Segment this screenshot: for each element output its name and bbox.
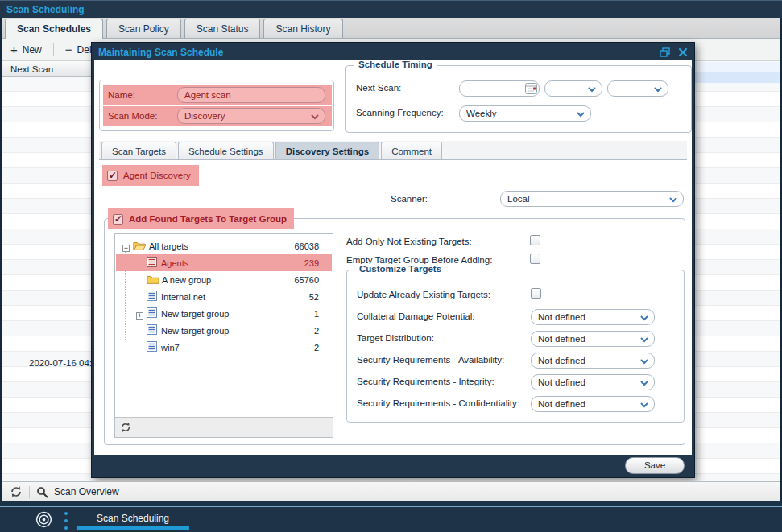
tab-scan-status[interactable]: Scan Status <box>184 19 261 38</box>
taskbar: Scan Scheduling <box>0 507 782 532</box>
security-integrity-select[interactable]: Not defined <box>531 374 655 390</box>
add-only-label: Add Only Not Existing Targets: <box>346 237 472 246</box>
tab-scan-targets[interactable]: Scan Targets <box>101 142 176 159</box>
customize-targets-fieldset: Customize Targets Update Already Existin… <box>346 270 685 423</box>
tree-item-new-target-group-1[interactable]: New target group 1 <box>116 305 332 322</box>
tab-label: Scan Policy <box>118 23 169 35</box>
tab-comment[interactable]: Comment <box>381 142 442 159</box>
security-confidentiality-label: Security Requirements - Confidentiality: <box>357 398 519 408</box>
agent-discovery-label: Agent Discovery <box>123 171 191 180</box>
refresh-icon[interactable] <box>120 422 131 433</box>
scanner-label: Scanner: <box>391 194 428 204</box>
tab-scan-policy[interactable]: Scan Policy <box>106 19 181 38</box>
tab-scan-history[interactable]: Scan History <box>263 19 342 38</box>
tab-label: Scan Targets <box>112 146 166 156</box>
window-title: Scan Scheduling <box>6 4 85 15</box>
scanning-frequency-select[interactable]: Weekly <box>459 105 591 122</box>
search-icon[interactable] <box>36 486 48 498</box>
bottom-statusbar: Scan Overview <box>2 481 780 501</box>
name-value: Agent scan <box>184 90 231 100</box>
tab-discovery-settings[interactable]: Discovery Settings <box>275 142 380 159</box>
dialog-body: Name: Agent scan Scan Mode: Discovery Sc… <box>94 60 692 455</box>
target-logo-icon[interactable] <box>35 511 52 528</box>
next-scan-date-input[interactable] <box>459 80 540 97</box>
new-button[interactable]: + New <box>10 44 42 56</box>
chevron-down-icon <box>577 112 585 118</box>
agent-discovery-checkbox[interactable] <box>107 171 118 181</box>
tab-label: Scan Status <box>197 23 249 35</box>
window-titlebar: Scan Scheduling <box>0 0 782 18</box>
scanner-value: Local <box>507 194 530 204</box>
tree-item-all-targets[interactable]: − All targets 66038 <box>116 237 332 254</box>
plus-icon: + <box>10 44 18 56</box>
next-scan-hour-select[interactable] <box>544 80 602 97</box>
refresh-icon[interactable] <box>10 485 23 498</box>
tree-item-a-new-group[interactable]: + A new group 65760 <box>116 271 332 288</box>
target-group-fieldset: Add Found Targets To Target Group − All … <box>104 218 685 445</box>
scanner-select[interactable]: Local <box>500 191 684 207</box>
application-window: Scan Scheduling Scan Schedules Scan Poli… <box>0 0 782 532</box>
next-scan-label: Next Scan: <box>356 83 401 93</box>
next-scan-minute-select[interactable] <box>607 80 668 97</box>
tab-label: Schedule Settings <box>188 146 263 156</box>
update-existing-checkbox[interactable] <box>531 288 541 299</box>
save-button[interactable]: Save <box>625 457 685 474</box>
close-icon[interactable] <box>678 47 688 57</box>
target-distribution-label: Target Distribution: <box>357 333 434 343</box>
dialog-tabstrip: Scan Targets Schedule Settings Discovery… <box>99 141 687 160</box>
collapse-icon[interactable]: − <box>122 245 130 252</box>
scan-overview-label[interactable]: Scan Overview <box>54 486 119 497</box>
select-value: Not defined <box>538 312 585 322</box>
scanning-frequency-label: Scanning Frequency: <box>356 108 444 118</box>
scan-mode-value: Discovery <box>184 111 225 121</box>
tab-label: Discovery Settings <box>286 146 370 156</box>
customize-targets-legend: Customize Targets <box>355 264 445 274</box>
security-confidentiality-select[interactable]: Not defined <box>531 396 655 412</box>
tree-item-internal-net[interactable]: Internal net 52 <box>116 288 332 305</box>
tree-item-count: 66038 <box>294 241 319 251</box>
name-label: Name: <box>103 90 177 100</box>
security-availability-select[interactable]: Not defined <box>531 353 655 369</box>
security-integrity-label: Security Requirements - Integrity: <box>357 377 494 386</box>
target-distribution-select[interactable]: Not defined <box>531 331 655 347</box>
maintaining-scan-schedule-dialog: Maintaining Scan Schedule Name: Agent sc… <box>91 42 695 478</box>
target-list-icon <box>147 307 157 318</box>
tree-item-agents[interactable]: Agents 239 <box>116 254 332 271</box>
add-found-targets-checkbox[interactable] <box>113 214 123 225</box>
tree-item-label: All targets <box>149 241 188 251</box>
target-list-icon <box>147 324 157 335</box>
select-value: Not defined <box>538 334 585 344</box>
tree-item-new-target-group-2[interactable]: New target group 2 <box>116 322 332 339</box>
name-input[interactable]: Agent scan <box>177 87 325 103</box>
scan-mode-row: Scan Mode: Discovery <box>103 106 332 126</box>
calendar-icon[interactable] <box>525 83 537 94</box>
chevron-down-icon <box>640 315 648 321</box>
tab-label: Comment <box>391 146 432 156</box>
select-value: Not defined <box>538 377 585 387</box>
schedule-timing-legend: Schedule Timing <box>354 60 437 69</box>
empty-group-checkbox[interactable] <box>530 254 540 264</box>
chevron-down-icon <box>311 114 319 120</box>
tree-item-win7[interactable]: win7 2 <box>116 339 332 356</box>
new-button-label: New <box>23 44 42 56</box>
tab-schedule-settings[interactable]: Schedule Settings <box>178 142 274 159</box>
window-bottom-frame <box>0 501 782 507</box>
name-row: Name: Agent scan <box>103 85 332 105</box>
target-list-icon <box>147 291 157 301</box>
add-only-checkbox[interactable] <box>530 235 540 245</box>
tree-item-label: Internal net <box>161 292 205 302</box>
agent-discovery-checkbox-row[interactable]: Agent Discovery <box>102 165 199 186</box>
taskbar-item-scan-scheduling[interactable]: Scan Scheduling <box>77 507 189 532</box>
tab-scan-schedules[interactable]: Scan Schedules <box>5 19 103 39</box>
chevron-down-icon <box>588 87 596 93</box>
tree-item-label: New target group <box>161 309 229 319</box>
add-found-targets-legend[interactable]: Add Found Targets To Target Group <box>108 208 294 229</box>
target-list-icon <box>147 257 157 267</box>
minus-icon: − <box>65 44 72 56</box>
collateral-damage-select[interactable]: Not defined <box>531 309 655 325</box>
tree-item-label: win7 <box>161 343 180 353</box>
scan-mode-select[interactable]: Discovery <box>177 108 325 124</box>
dialog-titlebar[interactable]: Maintaining Scan Schedule <box>92 43 694 60</box>
tree-item-label: New target group <box>161 326 229 336</box>
restore-icon[interactable] <box>660 47 670 57</box>
